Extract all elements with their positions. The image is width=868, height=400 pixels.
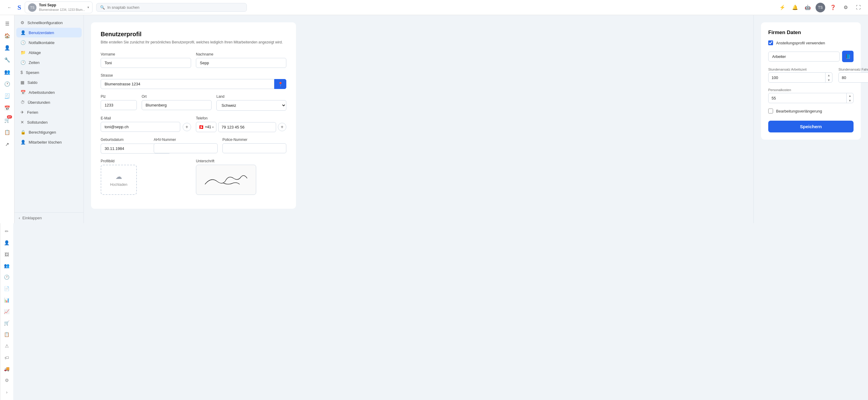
profilbild-upload[interactable]: ☁ Hochladen xyxy=(101,165,137,195)
plane-icon: ✈ xyxy=(21,110,24,115)
vorname-group: Vorname xyxy=(101,52,191,68)
bearbeitungsverlaengerung-checkbox[interactable] xyxy=(768,109,773,113)
land-select[interactable]: Schweiz Deutschland Österreich xyxy=(216,100,286,111)
filter-icon[interactable]: ⚡ xyxy=(778,3,787,12)
police-input[interactable] xyxy=(222,143,286,153)
personalkosten-group: Personalkosten ▲ ▼ xyxy=(768,88,854,103)
robot-icon[interactable]: 🤖 xyxy=(803,3,812,12)
add-phone-button[interactable]: + xyxy=(278,123,286,131)
signature-box[interactable] xyxy=(196,165,256,195)
shopping-cart-icon[interactable]: 🛒 xyxy=(2,318,12,328)
menu-icon[interactable]: ☰ xyxy=(2,18,13,29)
calendar-icon[interactable]: 📅 xyxy=(2,103,13,113)
receipt-icon[interactable]: 🧾 xyxy=(2,90,13,102)
book-button[interactable]: 📘 xyxy=(842,51,854,62)
settings-icon[interactable]: ⚙ xyxy=(841,3,850,12)
delivery-icon[interactable]: 🚚 xyxy=(2,364,12,374)
sidebar-item-zeiten[interactable]: 🕐 Zeiten xyxy=(16,58,82,67)
personalkosten-up-arrow[interactable]: ▲ xyxy=(846,93,853,98)
arbeiter-input[interactable] xyxy=(768,52,840,61)
cart2-icon[interactable]: 🛒27 xyxy=(2,115,13,125)
pencil-icon[interactable]: ✏ xyxy=(2,226,12,236)
picture-icon[interactable]: 🖼 xyxy=(2,249,12,259)
plz-input[interactable] xyxy=(101,100,137,110)
stundenansatz-fahrzeit-input[interactable] xyxy=(839,73,868,82)
expand-icon[interactable]: ⛶ xyxy=(854,3,863,12)
add-email-button[interactable]: + xyxy=(183,123,191,131)
config-icon[interactable]: ⚙ xyxy=(2,375,12,385)
phone-input[interactable] xyxy=(218,122,276,132)
sidebar-label-sollstunden: Sollstunden xyxy=(27,120,48,124)
geburtsdatum-input[interactable] xyxy=(101,144,159,153)
sidebar-nav: ⚙ Schnellkonfiguration 👤 Benutzerdaten 🕔… xyxy=(14,15,84,212)
sidebar-item-benutzerdaten[interactable]: 👤 Benutzerdaten xyxy=(16,28,82,37)
search-bar[interactable]: 🔍 xyxy=(96,3,247,12)
sidebar-item-sollstunden[interactable]: ✕ Sollstunden xyxy=(16,117,82,127)
add-person-icon[interactable]: 👤 xyxy=(2,238,12,248)
ahv-input[interactable] xyxy=(154,143,218,153)
sidebar-item-spesen[interactable]: $ Spesen xyxy=(16,67,82,77)
clipboard-icon[interactable]: 📋 xyxy=(2,330,12,340)
arbeitszeit-down-arrow[interactable]: ▼ xyxy=(826,78,832,82)
sidebar-label-mitarbeiter-loeschen: Mitarbeiter löschen xyxy=(29,140,62,144)
sidebar-item-schnellkonfiguration[interactable]: ⚙ Schnellkonfiguration xyxy=(16,18,82,27)
activity2-icon[interactable]: 📈 xyxy=(2,307,12,317)
share-icon[interactable]: ↗ xyxy=(2,139,13,150)
sidebar-item-ferien[interactable]: ✈ Ferien xyxy=(16,107,82,117)
expand-right-icon[interactable]: › xyxy=(2,387,12,397)
clock2-icon[interactable]: 🕐 xyxy=(2,79,13,89)
form-panel: Benutzerprofil Bitte erstellen Sie zunäc… xyxy=(84,15,753,223)
phone-country-selector[interactable]: 🇨🇭 +41 ▾ xyxy=(196,122,216,132)
right-panel: Firmen Daten Anstellungsprofil verwenden… xyxy=(753,15,868,223)
back-button[interactable]: ← xyxy=(5,3,14,12)
people-icon[interactable]: 👥 xyxy=(2,66,13,77)
plz-group: Plz xyxy=(101,94,137,111)
doc-icon[interactable]: 📄 xyxy=(2,284,12,294)
bar-chart-icon[interactable]: 📊 xyxy=(2,295,12,305)
strasse-input[interactable] xyxy=(101,79,274,89)
vorname-input[interactable] xyxy=(101,58,191,68)
name-row: Vorname Nachname xyxy=(101,52,286,68)
dollar-icon: $ xyxy=(21,70,23,75)
personalkosten-down-arrow[interactable]: ▼ xyxy=(846,98,853,103)
sidebar-collapse[interactable]: ‹ Einklappen xyxy=(14,212,84,223)
save-button[interactable]: Speichern xyxy=(768,121,854,133)
firmen-daten-card: Firmen Daten Anstellungsprofil verwenden… xyxy=(761,22,861,140)
list-icon[interactable]: 📋 xyxy=(2,127,13,138)
sidebar-item-arbeitsstunden[interactable]: 📅 Arbeitsstunden xyxy=(16,87,82,97)
sidebar-label-notfallkontakte: Notfallkontakte xyxy=(29,40,55,45)
email-input[interactable] xyxy=(101,122,180,132)
chevron-left-icon: ‹ xyxy=(19,216,20,220)
stundenansatz-arbeitszeit-input[interactable] xyxy=(769,73,825,82)
label-icon[interactable]: 🏷 xyxy=(2,352,12,363)
plz-label: Plz xyxy=(101,94,137,98)
ort-input[interactable] xyxy=(142,100,212,110)
users-group-icon[interactable]: 👥 xyxy=(2,261,12,271)
arbeitszeit-up-arrow[interactable]: ▲ xyxy=(826,73,832,78)
user-selector[interactable]: TS Toni Sepp Blumenstrasse 1234, 1233 Bl… xyxy=(25,1,93,13)
search-input[interactable] xyxy=(107,5,243,10)
help-icon[interactable]: ❓ xyxy=(828,3,838,12)
sidebar-item-notfallkontakte[interactable]: 🕔 Notfallkontakte xyxy=(16,38,82,47)
personalkosten-input[interactable] xyxy=(769,94,846,103)
tools-icon[interactable]: 🔧 xyxy=(2,54,13,65)
sidebar-item-saldo[interactable]: ▦ Saldo xyxy=(16,78,82,87)
person-icon[interactable]: 👤 xyxy=(2,42,13,53)
warning-icon[interactable]: ⚠ xyxy=(2,341,12,351)
sidebar-item-ablage[interactable]: 📁 Ablage xyxy=(16,48,82,57)
sidebar-item-berechtigungen[interactable]: 🔒 Berechtigungen xyxy=(16,127,82,137)
anstellungsprofil-checkbox[interactable] xyxy=(768,40,773,45)
clock-right-icon[interactable]: 🕐 xyxy=(2,272,12,282)
email-label: E-Mail xyxy=(101,116,191,120)
strasse-group: Strasse 📍 xyxy=(101,73,286,89)
sidebar-item-ueberstunden[interactable]: ⏱ Überstunden xyxy=(16,97,82,107)
home-icon[interactable]: 🏠 xyxy=(2,30,13,41)
grid-icon: ▦ xyxy=(21,80,24,85)
notification-icon[interactable]: 🔔 xyxy=(790,3,800,12)
nachname-input[interactable] xyxy=(196,58,286,68)
ort-label: Ort xyxy=(142,94,212,98)
map-pin-icon: 📍 xyxy=(278,82,283,87)
strasse-search-button[interactable]: 📍 xyxy=(274,79,286,89)
profile-avatar[interactable]: TS xyxy=(815,3,825,12)
sidebar-item-mitarbeiter-loeschen[interactable]: 👤 Mitarbeiter löschen xyxy=(16,137,82,147)
